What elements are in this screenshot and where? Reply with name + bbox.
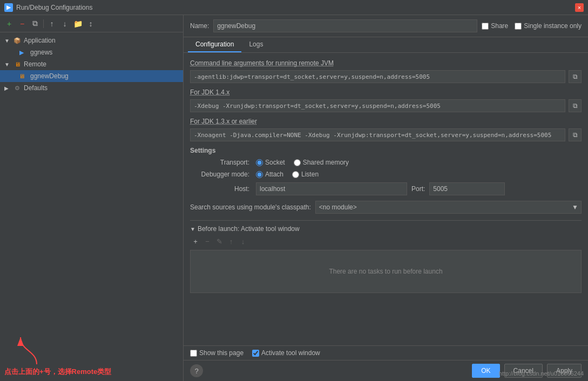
name-label: Name: — [190, 22, 209, 30]
before-launch-title: Before launch: Activate tool window — [198, 225, 300, 233]
tree-item-defaults[interactable]: ▶ ⚙ Defaults — [0, 82, 183, 94]
before-launch-remove-btn[interactable]: − — [202, 236, 213, 247]
activate-tool-window-text: Activate tool window — [261, 349, 320, 357]
transport-socket-label[interactable]: Socket — [256, 159, 285, 166]
show-this-page-text: Show this page — [199, 349, 244, 357]
bottom-bar: Show this page Activate tool window — [184, 345, 588, 360]
share-checkbox-label[interactable]: Share — [482, 22, 508, 30]
transport-socket-radio[interactable] — [256, 159, 263, 166]
cmd-row-3: ⧉ — [190, 128, 582, 141]
name-row: Name: Share Single instance only — [184, 15, 588, 37]
cmd-label-2: For JDK 1.4.x — [190, 89, 582, 96]
config-tree: ▼ 📦 Application ▶ ggnews ▼ 🖥 Remote 🖥 gg… — [0, 32, 183, 332]
annotation-text: 点击上面的+号，选择Remote类型 — [4, 367, 111, 377]
before-launch-down-btn[interactable]: ↓ — [238, 236, 248, 247]
transport-shared-label[interactable]: Shared memory — [294, 159, 349, 166]
share-checkbox[interactable] — [482, 23, 489, 30]
defaults-icon: ⚙ — [13, 84, 22, 92]
tree-toolbar: + − ⧉ ↑ ↓ 📁 ↕ — [0, 15, 183, 32]
before-launch-edit-btn[interactable]: ✎ — [214, 236, 225, 247]
help-button[interactable]: ? — [190, 364, 203, 377]
move-down-button[interactable]: ↓ — [59, 18, 71, 30]
move-up-button[interactable]: ↑ — [46, 18, 58, 30]
cmd-row-1: ⧉ — [190, 70, 582, 83]
debugger-attach-label[interactable]: Attach — [256, 171, 283, 178]
before-launch-add-btn[interactable]: + — [190, 236, 201, 247]
sort-button[interactable]: ↕ — [85, 18, 97, 30]
annotation-area: 点击上面的+号，选择Remote类型 — [0, 332, 183, 381]
tree-item-remote[interactable]: ▼ 🖥 Remote — [0, 58, 183, 70]
close-button[interactable]: × — [575, 3, 584, 12]
ggnews-label: ggnews — [30, 49, 52, 56]
tree-item-ggnews[interactable]: ▶ ggnews — [0, 46, 183, 58]
debugger-listen-radio[interactable] — [292, 171, 299, 178]
cmd-label-1: Command line arguments for running remot… — [190, 59, 582, 67]
activate-tool-window-checkbox[interactable] — [252, 350, 259, 357]
cancel-button[interactable]: Cancel — [504, 364, 543, 378]
transport-row: Transport: Socket Shared memory — [190, 159, 582, 166]
single-instance-label: Single instance only — [524, 22, 582, 30]
host-input[interactable] — [256, 182, 407, 195]
before-launch-toolbar: + − ✎ ↑ ↓ — [190, 236, 582, 247]
tab-configuration[interactable]: Configuration — [188, 37, 241, 52]
copy-config-button[interactable]: ⧉ — [29, 18, 41, 30]
cmd-input-1[interactable] — [190, 70, 565, 83]
before-launch-up-btn[interactable]: ↑ — [226, 236, 236, 247]
debugger-mode-label: Debugger mode: — [190, 171, 249, 178]
before-launch-list: There are no tasks to run before launch — [190, 250, 582, 293]
footer-buttons: OK Cancel Apply — [472, 364, 582, 378]
expand-arrow: ▼ — [4, 38, 11, 44]
bottom-checkboxes: Show this page Activate tool window — [190, 349, 582, 357]
remove-config-button[interactable]: − — [16, 18, 28, 30]
copy-btn-1[interactable]: ⧉ — [569, 70, 582, 83]
show-this-page-label[interactable]: Show this page — [190, 349, 244, 357]
tab-logs[interactable]: Logs — [241, 37, 271, 52]
port-label: Port: — [411, 185, 425, 193]
transport-socket-text: Socket — [265, 159, 285, 166]
show-this-page-checkbox[interactable] — [190, 350, 197, 357]
tree-item-ggnewdebug[interactable]: 🖥 ggnewDebug — [0, 70, 183, 82]
host-label: Host: — [190, 185, 249, 193]
config-content: Command line arguments for running remot… — [184, 53, 588, 345]
single-instance-checkbox-label[interactable]: Single instance only — [515, 22, 582, 30]
name-input[interactable] — [213, 19, 477, 32]
add-config-button[interactable]: + — [3, 18, 15, 30]
debugger-attach-text: Attach — [265, 171, 283, 178]
transport-shared-radio[interactable] — [294, 159, 301, 166]
ggnewdebug-icon: 🖥 — [17, 72, 26, 80]
ok-button[interactable]: OK — [472, 364, 499, 378]
host-port-inputs: Port: — [256, 182, 505, 195]
folder-button[interactable]: 📁 — [72, 18, 84, 30]
tree-item-application[interactable]: ▼ 📦 Application — [0, 35, 183, 46]
defaults-arrow: ▶ — [4, 85, 11, 91]
left-panel: + − ⧉ ↑ ↓ 📁 ↕ ▼ 📦 Application ▶ ggnews — [0, 15, 184, 381]
debugger-attach-radio[interactable] — [256, 171, 263, 178]
before-launch-toggle-icon: ▼ — [190, 226, 195, 232]
remote-icon: 🖥 — [13, 60, 22, 69]
port-input[interactable] — [429, 182, 505, 195]
copy-btn-2[interactable]: ⧉ — [569, 99, 582, 112]
main-container: + − ⧉ ↑ ↓ 📁 ↕ ▼ 📦 Application ▶ ggnews — [0, 15, 588, 381]
before-launch-section: ▼ Before launch: Activate tool window + … — [190, 220, 582, 293]
copy-btn-3[interactable]: ⧉ — [569, 128, 582, 141]
ggnewdebug-label: ggnewDebug — [30, 72, 69, 80]
single-instance-checkbox[interactable] — [515, 23, 522, 30]
defaults-label: Defaults — [24, 84, 48, 92]
ggnews-icon: ▶ — [17, 48, 26, 57]
cmd-label-3: For JDK 1.3.x or earlier — [190, 118, 582, 125]
cmd-input-3[interactable] — [190, 128, 565, 141]
classpath-select-wrapper: <no module> ▼ — [315, 201, 582, 214]
debugger-listen-label[interactable]: Listen — [292, 171, 319, 178]
cmd-row-2: ⧉ — [190, 99, 582, 112]
before-launch-header: ▼ Before launch: Activate tool window — [190, 225, 582, 233]
footer: ? OK Cancel Apply — [184, 360, 588, 381]
remote-label: Remote — [24, 60, 46, 68]
cmd-input-2[interactable] — [190, 99, 565, 112]
classpath-select[interactable]: <no module> — [315, 201, 582, 214]
activate-tool-window-label[interactable]: Activate tool window — [252, 349, 320, 357]
apply-button[interactable]: Apply — [547, 364, 582, 378]
transport-radio-group: Socket Shared memory — [256, 159, 349, 166]
application-icon: 📦 — [13, 36, 22, 45]
app-icon: ▶ — [4, 3, 13, 12]
transport-shared-text: Shared memory — [303, 159, 349, 166]
